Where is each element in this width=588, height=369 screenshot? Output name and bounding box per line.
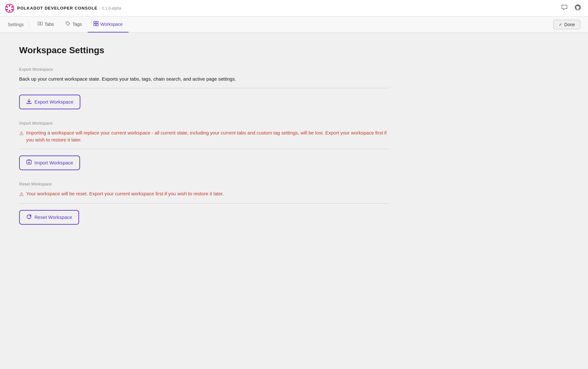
svg-rect-8: [38, 22, 40, 25]
svg-point-1: [9, 5, 11, 6]
svg-point-6: [11, 9, 13, 10]
import-button-label: Import Workspace: [34, 160, 73, 165]
reset-button-label: Reset Workspace: [34, 214, 72, 220]
reset-divider: [19, 203, 389, 204]
chat-icon[interactable]: [559, 3, 570, 13]
reset-section-title: Reset Workspace: [19, 182, 395, 186]
svg-rect-11: [94, 21, 96, 23]
export-divider: [19, 88, 389, 88]
svg-point-2: [9, 10, 11, 11]
import-warning-icon: ⚠: [19, 130, 24, 137]
svg-rect-13: [94, 24, 96, 26]
tab-workspace-label: Workspace: [100, 22, 123, 27]
tab-tags[interactable]: Tags: [60, 17, 88, 33]
reset-icon: [26, 214, 32, 221]
import-section: Import Workspace ⚠ Importing a workspace…: [19, 121, 395, 170]
tab-tags-label: Tags: [72, 22, 82, 27]
reset-warning: ⚠ Your workspace will be reset. Export y…: [19, 190, 395, 198]
app-version: 0.1.0-alpha: [102, 6, 121, 11]
reset-warning-text: Your workspace will be reset. Export you…: [26, 190, 224, 198]
export-button-label: Export Workspace: [34, 99, 73, 105]
main-content: Workspace Settings Export Workspace Back…: [0, 33, 415, 249]
github-icon[interactable]: [573, 3, 583, 13]
tags-icon: [65, 21, 70, 27]
import-warning-text: Importing a workspace will replace your …: [26, 129, 395, 144]
workspace-icon: [93, 21, 99, 27]
svg-point-3: [6, 6, 8, 8]
app-title: POLKADOT DEVELOPER CONSOLE: [17, 6, 98, 11]
done-label: Done: [564, 22, 575, 27]
tab-workspace[interactable]: Workspace: [88, 17, 129, 33]
reset-workspace-button[interactable]: Reset Workspace: [19, 210, 79, 225]
polkadot-logo: [5, 4, 14, 13]
svg-point-5: [6, 9, 8, 10]
import-divider: [19, 149, 389, 149]
svg-point-10: [67, 23, 68, 23]
settings-label: Settings: [8, 22, 29, 27]
page-title: Workspace Settings: [19, 45, 395, 55]
svg-point-4: [11, 6, 13, 8]
import-warning: ⚠ Importing a workspace will replace you…: [19, 129, 395, 144]
tab-tabs[interactable]: Tabs: [32, 17, 60, 33]
reset-warning-icon: ⚠: [19, 191, 24, 198]
settings-nav: Settings Tabs Tags Workspa: [0, 17, 588, 33]
import-workspace-button[interactable]: Import Workspace: [19, 156, 80, 170]
svg-rect-9: [40, 22, 42, 25]
tabs-icon: [38, 21, 43, 27]
import-icon: [26, 159, 32, 166]
export-workspace-button[interactable]: Export Workspace: [19, 95, 80, 109]
topbar: POLKADOT DEVELOPER CONSOLE 0.1.0-alpha: [0, 0, 588, 17]
svg-rect-12: [96, 21, 98, 23]
export-section: Export Workspace Back up your current wo…: [19, 67, 395, 109]
export-section-title: Export Workspace: [19, 67, 395, 72]
import-section-title: Import Workspace: [19, 121, 395, 126]
done-button[interactable]: ✓ Done: [553, 20, 580, 29]
svg-rect-14: [96, 24, 98, 26]
tab-tabs-label: Tabs: [45, 22, 54, 27]
done-check-icon: ✓: [559, 22, 562, 27]
reset-section: Reset Workspace ⚠ Your workspace will be…: [19, 182, 395, 225]
export-icon: [26, 98, 32, 105]
export-section-description: Back up your current workspace state. Ex…: [19, 76, 395, 83]
